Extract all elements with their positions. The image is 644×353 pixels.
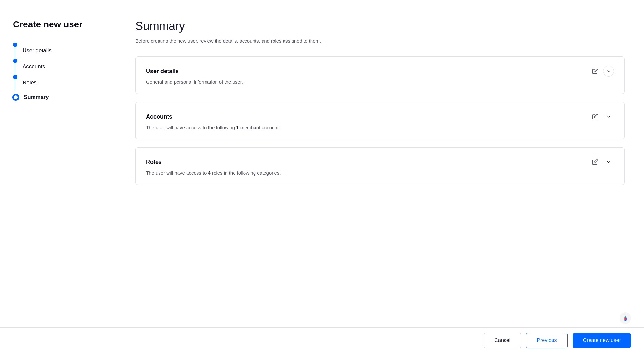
step-summary: Summary	[13, 91, 103, 104]
step-label-accounts: Accounts	[23, 60, 45, 73]
logo-icon	[620, 312, 631, 324]
roles-expand-button[interactable]	[603, 157, 614, 167]
roles-card-header: Roles	[146, 157, 614, 167]
stepper: User details Accounts Roles	[13, 43, 103, 104]
accounts-card-actions	[591, 111, 614, 122]
step-label-roles: Roles	[23, 76, 36, 89]
step-dot-roles	[13, 75, 17, 79]
step-label-user-details: User details	[23, 44, 52, 57]
user-details-card: User details Genera	[135, 56, 625, 94]
step-accounts: Accounts	[13, 59, 103, 75]
accounts-expand-button[interactable]	[603, 111, 614, 122]
user-details-card-header: User details	[146, 66, 614, 77]
accounts-card-title: Accounts	[146, 113, 172, 120]
step-dot-accounts	[13, 59, 17, 63]
user-details-card-actions	[591, 66, 614, 77]
roles-count: 4	[208, 170, 211, 176]
roles-card-actions	[591, 157, 614, 167]
roles-card: Roles The user will	[135, 147, 625, 185]
floating-logo	[620, 312, 631, 324]
step-line-3	[15, 79, 15, 91]
cancel-button[interactable]: Cancel	[484, 333, 521, 348]
user-details-edit-button[interactable]	[591, 67, 599, 75]
sidebar: Create new user User details Accounts	[0, 13, 116, 327]
step-line-2	[15, 63, 15, 75]
summary-description: Before creating the new user, review the…	[135, 38, 625, 43]
roles-card-description: The user will have access to 4 roles in …	[146, 170, 614, 176]
accounts-card-description: The user will have access to the followi…	[146, 125, 614, 130]
step-user-details: User details	[13, 43, 103, 59]
step-dot-user-details	[13, 43, 17, 47]
roles-card-title: Roles	[146, 159, 162, 166]
step-line-1	[15, 47, 15, 59]
step-dot-summary	[13, 94, 19, 100]
page-heading: Create new user	[13, 19, 103, 30]
user-details-expand-button[interactable]	[603, 66, 614, 77]
previous-button[interactable]: Previous	[526, 333, 567, 348]
accounts-edit-button[interactable]	[591, 112, 599, 121]
user-details-card-description: General and personal information of the …	[146, 79, 614, 85]
step-roles: Roles	[13, 75, 103, 91]
accounts-card-header: Accounts	[146, 111, 614, 122]
summary-title: Summary	[135, 19, 625, 33]
roles-edit-button[interactable]	[591, 158, 599, 166]
user-details-card-title: User details	[146, 68, 179, 75]
step-label-summary: Summary	[24, 91, 49, 104]
create-new-user-button[interactable]: Create new user	[573, 333, 631, 348]
main-content: Summary Before creating the new user, re…	[116, 13, 644, 327]
accounts-card: Accounts The user w	[135, 102, 625, 139]
footer: Cancel Previous Create new user	[0, 327, 644, 353]
